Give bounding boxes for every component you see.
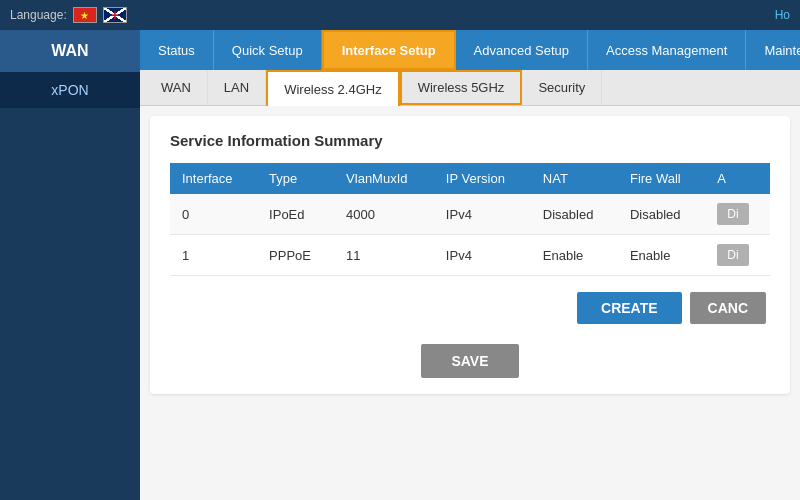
col-header-nat: NAT bbox=[531, 163, 618, 194]
cell-action-0: Di bbox=[705, 194, 770, 235]
cell-interface-1: 1 bbox=[170, 235, 257, 276]
sub-tab-wan[interactable]: WAN bbox=[145, 70, 208, 105]
tab-quick-setup[interactable]: Quick Setup bbox=[214, 30, 322, 70]
col-header-ip: IP Version bbox=[434, 163, 531, 194]
cancel-button[interactable]: CANC bbox=[690, 292, 766, 324]
cell-type-0: IPoEd bbox=[257, 194, 334, 235]
language-section: Language: bbox=[10, 7, 127, 23]
cell-firewall-0: Disabled bbox=[618, 194, 705, 235]
sidebar: WAN xPON bbox=[0, 30, 140, 500]
col-header-interface: Interface bbox=[170, 163, 257, 194]
cell-type-1: PPPoE bbox=[257, 235, 334, 276]
col-header-vlan: VlanMuxId bbox=[334, 163, 434, 194]
section-title: Service Information Summary bbox=[170, 132, 770, 149]
service-info-table: Interface Type VlanMuxId IP Version NAT … bbox=[170, 163, 770, 276]
cell-vlan-0[interactable]: 4000 bbox=[334, 194, 434, 235]
cell-nat-0: Disabled bbox=[531, 194, 618, 235]
language-label: Language: bbox=[10, 8, 67, 22]
flag-uk[interactable] bbox=[103, 7, 127, 23]
help-link[interactable]: Ho bbox=[775, 8, 790, 22]
disable-btn-0[interactable]: Di bbox=[717, 203, 748, 225]
col-header-action: A bbox=[705, 163, 770, 194]
create-button[interactable]: CREATE bbox=[577, 292, 682, 324]
disable-btn-1[interactable]: Di bbox=[717, 244, 748, 266]
main-layout: WAN xPON Status Quick Setup Interface Se… bbox=[0, 30, 800, 500]
cell-vlan-1[interactable]: 11 bbox=[334, 235, 434, 276]
content-area: Service Information Summary Interface Ty… bbox=[150, 116, 790, 394]
table-row: 0 IPoEd 4000 IPv4 Disabled Disabled Di bbox=[170, 194, 770, 235]
sidebar-item-xpon[interactable]: xPON bbox=[0, 72, 140, 108]
sidebar-item-wan[interactable]: WAN bbox=[0, 30, 140, 72]
cell-firewall-1: Enable bbox=[618, 235, 705, 276]
tab-status[interactable]: Status bbox=[140, 30, 214, 70]
tab-maintenance[interactable]: Mainter bbox=[746, 30, 800, 70]
table-row: 1 PPPoE 11 IPv4 Enable Enable Di bbox=[170, 235, 770, 276]
col-header-type: Type bbox=[257, 163, 334, 194]
sub-tab-security[interactable]: Security bbox=[522, 70, 602, 105]
cell-interface-0: 0 bbox=[170, 194, 257, 235]
tab-interface-setup[interactable]: Interface Setup bbox=[322, 30, 456, 70]
cell-ip-0: IPv4 bbox=[434, 194, 531, 235]
cell-ip-1: IPv4 bbox=[434, 235, 531, 276]
tab-access-management[interactable]: Access Management bbox=[588, 30, 746, 70]
sub-tab-wireless-5[interactable]: Wireless 5GHz bbox=[400, 70, 523, 105]
flag-vietnam[interactable] bbox=[73, 7, 97, 23]
col-header-firewall: Fire Wall bbox=[618, 163, 705, 194]
top-bar: Language: Ho bbox=[0, 0, 800, 30]
action-buttons: CREATE CANC bbox=[170, 292, 770, 324]
cell-nat-1: Enable bbox=[531, 235, 618, 276]
cell-action-1: Di bbox=[705, 235, 770, 276]
sub-tab-lan[interactable]: LAN bbox=[208, 70, 266, 105]
sub-tab-wireless-24[interactable]: Wireless 2.4GHz bbox=[266, 70, 400, 106]
save-button[interactable]: SAVE bbox=[421, 344, 518, 378]
tab-advanced-setup[interactable]: Advanced Setup bbox=[456, 30, 588, 70]
save-section: SAVE bbox=[170, 340, 770, 378]
nav-tabs: Status Quick Setup Interface Setup Advan… bbox=[140, 30, 800, 70]
sub-tabs: WAN LAN Wireless 2.4GHz Wireless 5GHz Se… bbox=[140, 70, 800, 106]
main-content: Status Quick Setup Interface Setup Advan… bbox=[140, 30, 800, 500]
